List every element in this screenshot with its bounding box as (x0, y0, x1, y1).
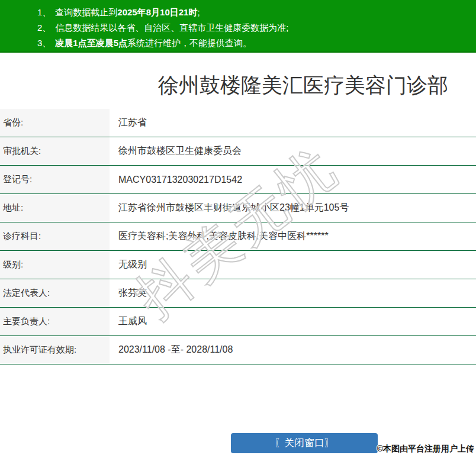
notice-bar: 1、查询数据截止到2025年8月10日21时; 2、信息数据结果以各省、自治区、… (0, 0, 476, 53)
notice-item-bold-text: 2025年8月10日21时 (117, 7, 197, 17)
details-table: 省份: 江苏省 审批机关: 徐州市鼓楼区卫生健康委员会 登记号: MACY031… (0, 109, 476, 364)
row-value: 2023/11/08 -至- 2028/11/08 (110, 336, 233, 364)
row-value: 无级别 (110, 251, 147, 279)
row-label: 法定代表人: (0, 279, 110, 307)
table-row: 执业许可证有效期: 2023/11/08 -至- 2028/11/08 (0, 336, 476, 364)
notice-item-text: 系统进行维护，不能提供查询。 (127, 38, 252, 48)
table-row: 主要负责人: 王威风 (0, 308, 476, 336)
close-window-button[interactable]: 〖关闭窗口〗 (231, 433, 378, 453)
row-label: 主要负责人: (0, 308, 110, 335)
row-label: 级别: (0, 251, 110, 279)
row-label: 诊疗科目: (0, 222, 110, 250)
row-value: 医疗美容科;美容外科;美容皮肤科;美容中医科****** (110, 222, 329, 250)
notice-item-text: 信息数据结果以各省、自治区、直辖市卫生健康委数据为准; (55, 22, 288, 33)
row-value: 张芬英 (110, 279, 147, 307)
row-value: MACY0317132030217D1542 (110, 166, 242, 193)
table-row: 省份: 江苏省 (0, 109, 476, 137)
notice-list: 1、查询数据截止到2025年8月10日21时; 2、信息数据结果以各省、自治区、… (37, 5, 470, 51)
table-row: 级别: 无级别 (0, 251, 476, 279)
notice-item-number: 1、 (37, 7, 51, 17)
notice-item: 2、信息数据结果以各省、自治区、直辖市卫生健康委数据为准; (37, 20, 470, 36)
row-value: 江苏省 (110, 109, 147, 137)
row-value: 江苏省徐州市鼓楼区丰财街道乐城小区23幢1单元105号 (110, 194, 349, 222)
notice-item: 1、查询数据截止到2025年8月10日21时; (37, 5, 470, 20)
notice-item: 3、凌晨1点至凌晨5点系统进行维护，不能提供查询。 (37, 36, 470, 51)
table-row: 审批机关: 徐州市鼓楼区卫生健康委员会 (0, 137, 476, 166)
notice-item-number: 3、 (37, 38, 51, 48)
row-label: 执业许可证有效期: (0, 336, 110, 364)
row-label: 登记号: (0, 166, 110, 193)
page-title: 徐州鼓楼隆美汇医疗美容门诊部 (0, 73, 476, 97)
row-value: 王威风 (110, 308, 147, 335)
table-row: 登记号: MACY0317132030217D1542 (0, 166, 476, 194)
table-row: 诊疗科目: 医疗美容科;美容外科;美容皮肤科;美容中医科****** (0, 222, 476, 251)
table-row: 法定代表人: 张芬英 (0, 279, 476, 308)
notice-item-text: ; (197, 7, 200, 17)
row-label: 省份: (0, 109, 110, 137)
notice-item-number: 2、 (37, 22, 51, 33)
table-row: 地址: 江苏省徐州市鼓楼区丰财街道乐城小区23幢1单元105号 (0, 194, 476, 222)
row-label: 审批机关: (0, 137, 110, 165)
row-label: 地址: (0, 194, 110, 222)
row-value: 徐州市鼓楼区卫生健康委员会 (110, 137, 242, 165)
notice-item-bold-text: 凌晨1点至凌晨5点 (55, 38, 127, 48)
notice-item-text: 查询数据截止到 (55, 7, 117, 17)
copyright-watermark: ©本图由平台注册用户上传 (377, 444, 474, 454)
